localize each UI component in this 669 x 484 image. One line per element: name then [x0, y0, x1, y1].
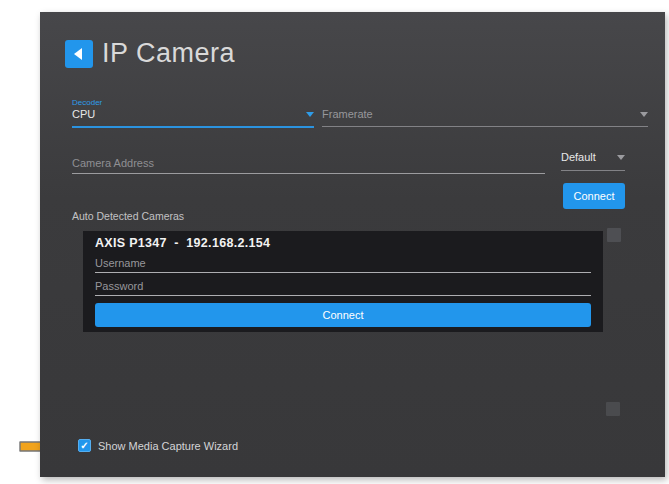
- chevron-down-icon: [640, 112, 648, 117]
- show-wizard-label: Show Media Capture Wizard: [98, 440, 238, 452]
- camera-card: AXIS P1347 - 192.168.2.154 Connect: [83, 231, 603, 332]
- page-title: IP Camera: [102, 38, 235, 69]
- auto-detected-cameras-label: Auto Detected Cameras: [72, 210, 184, 222]
- camera-address-input[interactable]: [72, 152, 545, 174]
- framerate-dropdown[interactable]: Framerate: [322, 108, 648, 127]
- profile-value: Default: [561, 151, 596, 163]
- camera-card-title: AXIS P1347 - 192.168.2.154: [95, 236, 270, 250]
- framerate-placeholder: Framerate: [322, 108, 373, 120]
- connect-button[interactable]: Connect: [563, 183, 625, 209]
- decoder-label: Decoder: [72, 98, 102, 107]
- back-arrow-icon: [74, 48, 82, 60]
- profile-dropdown[interactable]: Default: [561, 151, 625, 171]
- ip-camera-window: IP Camera Decoder CPU Framerate Default …: [40, 12, 665, 477]
- decoder-dropdown[interactable]: CPU: [72, 108, 314, 128]
- chevron-down-icon: [306, 112, 314, 117]
- decoder-value: CPU: [72, 108, 95, 120]
- checkmark-icon: ✓: [80, 441, 88, 451]
- show-wizard-checkbox[interactable]: ✓: [78, 439, 91, 452]
- chevron-down-icon: [617, 155, 625, 160]
- camera-connect-button[interactable]: Connect: [95, 303, 591, 327]
- username-input[interactable]: [95, 253, 591, 273]
- camera-select-checkbox[interactable]: [607, 228, 621, 242]
- password-input[interactable]: [95, 276, 591, 296]
- camera-select-checkbox[interactable]: [606, 402, 620, 416]
- back-button[interactable]: [65, 40, 93, 68]
